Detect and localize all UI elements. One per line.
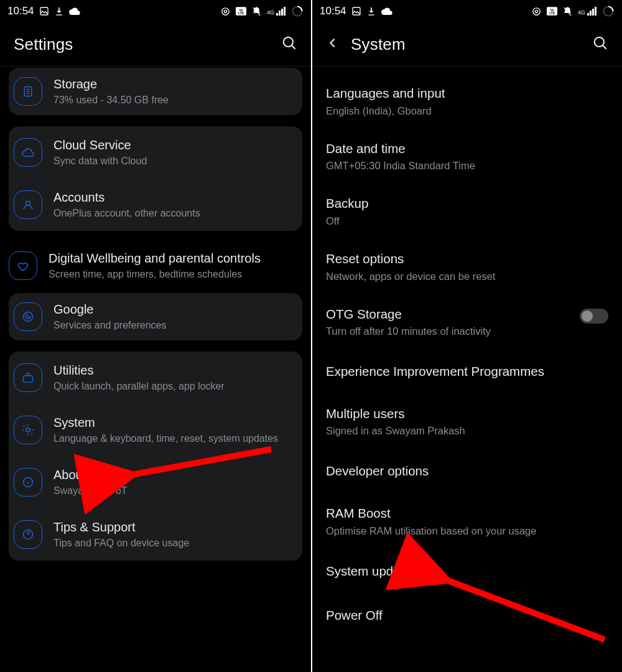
settings-row-subtitle: Screen time, app timers, bedtime schedul…	[49, 268, 261, 281]
svg-point-22	[595, 37, 604, 47]
download-icon	[54, 6, 64, 16]
search-icon[interactable]	[592, 35, 608, 54]
settings-row-title: Accounts	[53, 190, 200, 205]
system-item-languages[interactable]: Languages and input English (India), Gbo…	[326, 74, 608, 129]
back-button[interactable]	[326, 36, 340, 52]
system-header: System	[312, 22, 622, 66]
system-item-updates[interactable]: System updates	[326, 549, 608, 594]
system-item-title: Power Off	[326, 605, 608, 626]
settings-row-title: Cloud Service	[53, 138, 147, 152]
system-item-experience[interactable]: Experience Improvement Programmes	[326, 350, 608, 394]
settings-row-title: Google	[53, 302, 166, 317]
system-item-title: Developer options	[326, 460, 608, 482]
settings-scroll[interactable]: Storage 73% used - 34.50 GB free Cloud S…	[0, 67, 311, 584]
status-bar: 10:54 VoLTE 4G	[312, 0, 622, 22]
system-item-subtitle: English (India), Gboard	[326, 105, 608, 117]
settings-row-title: Utilities	[53, 363, 225, 378]
volte-icon: VoLTE	[236, 7, 246, 16]
settings-row-subtitle: Swayam's OP6T	[53, 485, 128, 497]
settings-row-storage[interactable]: Storage 73% used - 34.50 GB free	[9, 68, 302, 115]
system-item-subtitle: Network, apps or device can be reset	[326, 271, 608, 282]
cloud-service-icon	[14, 138, 42, 167]
volte-icon: VoLTE	[547, 7, 557, 16]
svg-point-7	[284, 37, 293, 47]
svg-text:LTE: LTE	[238, 11, 244, 15]
settings-group-system: Utilities Quick launch, parallel apps, a…	[9, 352, 302, 561]
system-screen: 10:54 VoLTE 4G System	[311, 0, 622, 672]
system-item-users[interactable]: Multiple users Signed in as Swayam Praka…	[326, 394, 608, 450]
settings-row-title: Digital Wellbeing and parental controls	[49, 251, 261, 266]
settings-row-wellbeing[interactable]: Digital Wellbeing and parental controls …	[9, 242, 302, 289]
system-list[interactable]: Languages and input English (India), Gbo…	[312, 67, 622, 638]
system-item-subtitle: Signed in as Swayam Prakash	[326, 425, 608, 437]
settings-row-accounts[interactable]: Accounts OnePlus account, other accounts	[9, 179, 302, 231]
settings-row-title: Storage	[53, 77, 169, 91]
settings-row-tips[interactable]: Tips & Support Tips and FAQ on device us…	[9, 508, 302, 561]
signal-4g-icon: 4G	[267, 7, 286, 16]
settings-screen: 10:54 VoLTE 4G Settings	[0, 0, 311, 672]
settings-row-subtitle: 73% used - 34.50 GB free	[53, 94, 169, 106]
otg-toggle[interactable]	[580, 309, 608, 324]
image-icon	[39, 6, 49, 16]
system-item-title: Date and time	[326, 141, 608, 157]
cast-icon	[220, 6, 231, 17]
settings-row-title: About phone	[53, 467, 128, 482]
system-item-title: Reset options	[326, 251, 608, 267]
settings-row-title: Tips & Support	[53, 520, 189, 534]
search-icon[interactable]	[281, 35, 297, 54]
system-item-ramboost[interactable]: RAM Boost Optimise RAM utilisation based…	[326, 494, 608, 549]
page-title: Settings	[14, 35, 73, 54]
status-clock: 10:54	[320, 5, 346, 17]
svg-point-9	[26, 201, 30, 205]
settings-group-google: Google Services and preferences	[9, 293, 302, 340]
settings-row-cloud[interactable]: Cloud Service Sync data with Cloud	[9, 126, 302, 179]
settings-row-subtitle: Services and preferences	[53, 319, 166, 332]
tips-icon	[14, 520, 42, 549]
download-icon	[366, 6, 376, 16]
status-bar: 10:54 VoLTE 4G	[0, 0, 311, 22]
storage-icon	[14, 77, 42, 106]
cloud-icon	[69, 7, 80, 16]
google-icon	[14, 302, 42, 331]
settings-header: Settings	[0, 22, 311, 66]
status-clock: 10:54	[7, 5, 34, 17]
svg-rect-11	[24, 376, 33, 383]
accounts-icon	[14, 190, 42, 219]
spinner-icon	[602, 5, 615, 17]
system-item-backup[interactable]: Backup Off	[326, 184, 608, 240]
settings-row-subtitle: Language & keyboard, time, reset, system…	[53, 432, 278, 445]
svg-point-16	[535, 10, 537, 12]
system-item-title: Experience Improvement Programmes	[326, 361, 608, 382]
cloud-icon	[381, 7, 392, 16]
page-title: System	[351, 35, 406, 54]
spinner-icon	[291, 5, 304, 17]
system-item-title: OTG Storage	[326, 306, 608, 322]
image-icon	[351, 6, 361, 16]
settings-row-subtitle: Sync data with Cloud	[53, 155, 147, 167]
system-item-developer[interactable]: Developer options	[326, 449, 608, 494]
settings-row-utilities[interactable]: Utilities Quick launch, parallel apps, a…	[9, 352, 302, 404]
svg-point-12	[26, 428, 30, 432]
system-item-reset[interactable]: Reset options Network, apps or device ca…	[326, 240, 608, 295]
settings-row-about[interactable]: About phone Swayam's OP6T	[9, 456, 302, 508]
svg-point-17	[533, 7, 540, 14]
svg-rect-0	[40, 7, 48, 15]
mute-icon	[251, 6, 262, 17]
cast-icon	[531, 6, 542, 17]
settings-row-subtitle: Tips and FAQ on device usage	[53, 537, 189, 549]
system-item-otg[interactable]: OTG Storage Turn off after 10 minutes of…	[326, 295, 608, 350]
system-item-poweroff[interactable]: Power Off	[326, 594, 608, 638]
about-icon	[14, 468, 42, 497]
settings-group-accounts: Cloud Service Sync data with Cloud Accou…	[9, 126, 302, 231]
system-item-datetime[interactable]: Date and time GMT+05:30 India Standard T…	[326, 129, 608, 185]
mute-icon	[562, 6, 573, 17]
system-item-subtitle: Off	[326, 215, 608, 227]
settings-row-google[interactable]: Google Services and preferences	[9, 293, 302, 340]
settings-row-subtitle: OnePlus account, other accounts	[53, 207, 200, 220]
settings-row-title: System	[53, 415, 278, 430]
signal-4g-icon: 4G	[578, 7, 597, 16]
svg-point-1	[224, 10, 226, 12]
system-item-subtitle: Turn off after 10 minutes of inactivity	[326, 325, 608, 337]
svg-point-2	[222, 7, 229, 14]
settings-row-system[interactable]: System Language & keyboard, time, reset,…	[9, 404, 302, 456]
